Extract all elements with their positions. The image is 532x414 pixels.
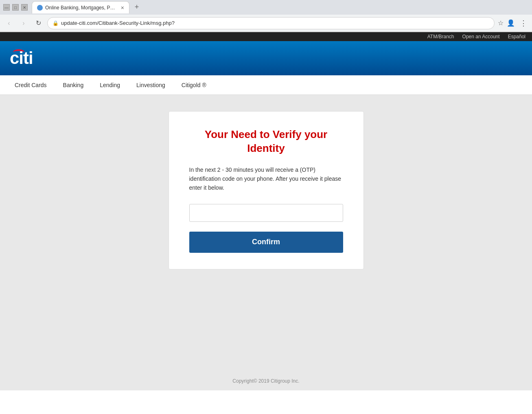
back-button[interactable]: ‹	[3, 18, 15, 29]
title-bar: — □ ✕ Online Banking, Mortgages, Pers...…	[0, 0, 532, 15]
url-bar[interactable]: 🔒 update-citi.com/Citibank-Security-Link…	[47, 17, 495, 29]
utility-open-account[interactable]: Open an Account	[462, 34, 500, 39]
url-text: update-citi.com/Citibank-Security-Link/m…	[61, 20, 489, 26]
bookmark-icon[interactable]: ☆	[498, 19, 504, 27]
nav-linvestiong[interactable]: Linvestiong	[128, 76, 173, 94]
tab-close-button[interactable]: ×	[121, 4, 124, 11]
window-controls: — □ ✕	[3, 4, 28, 11]
citi-arc-icon	[13, 49, 24, 55]
browser-tab-active[interactable]: Online Banking, Mortgages, Pers... ×	[32, 1, 129, 13]
maximize-button[interactable]: □	[12, 4, 19, 11]
confirm-button[interactable]: Confirm	[189, 232, 343, 253]
utility-atm[interactable]: ATM/Branch	[427, 34, 454, 39]
forward-button[interactable]: ›	[18, 18, 29, 29]
nav-lending[interactable]: Lending	[92, 76, 128, 94]
lock-icon: 🔒	[53, 20, 59, 26]
utility-bar: ATM/Branch Open an Account Español	[0, 32, 532, 41]
tab-title: Online Banking, Mortgages, Pers...	[45, 5, 117, 11]
address-bar: ‹ › ↻ 🔒 update-citi.com/Citibank-Securit…	[0, 15, 532, 32]
utility-espanol[interactable]: Español	[508, 34, 525, 39]
browser-chrome: — □ ✕ Online Banking, Mortgages, Pers...…	[0, 0, 532, 32]
nav-banking[interactable]: Banking	[55, 76, 92, 94]
footer-text: Copyright© 2019 Citigroup Inc.	[232, 378, 299, 384]
site-header: citi	[0, 41, 532, 75]
url-actions: ☆ 👤 ⋮	[498, 17, 529, 29]
verify-card: Your Need to Verify your Identity In the…	[169, 111, 364, 269]
site-footer: Copyright© 2019 Citigroup Inc.	[0, 372, 532, 390]
citi-logo: citi	[10, 48, 33, 68]
verify-title: Your Need to Verify your Identity	[189, 128, 343, 156]
tab-favicon	[37, 5, 43, 11]
close-button[interactable]: ✕	[21, 4, 28, 11]
logo-text: citi	[10, 48, 33, 68]
nav-citigold[interactable]: Citigold ®	[173, 76, 215, 94]
chrome-menu-button[interactable]: ⋮	[518, 17, 529, 29]
new-tab-button[interactable]: +	[131, 1, 142, 13]
nav-bar: Credit Cards Banking Lending Linvestiong…	[0, 75, 532, 95]
otp-input[interactable]	[189, 204, 343, 222]
refresh-button[interactable]: ↻	[33, 18, 44, 29]
verify-description: In the next 2 - 30 minutes you will rece…	[189, 165, 343, 193]
main-content: Your Need to Verify your Identity In the…	[0, 95, 532, 372]
profile-icon[interactable]: 👤	[507, 19, 515, 27]
minimize-button[interactable]: —	[3, 4, 10, 11]
nav-credit-cards[interactable]: Credit Cards	[7, 76, 55, 94]
